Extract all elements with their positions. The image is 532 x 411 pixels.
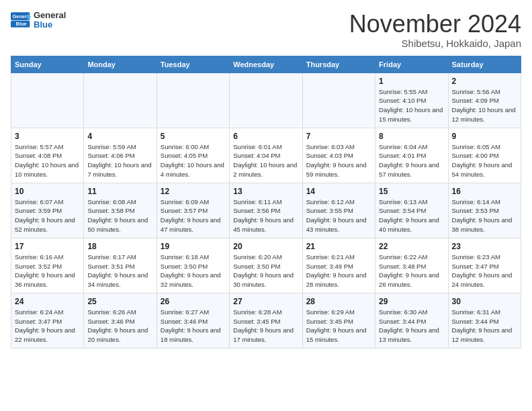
calendar-header: SundayMondayTuesdayWednesdayThursdayFrid…	[11, 56, 521, 73]
week-row-5: 24Sunrise: 6:24 AM Sunset: 3:47 PM Dayli…	[11, 293, 521, 348]
day-number: 24	[15, 297, 80, 306]
logo-icon: General Blue	[11, 12, 31, 28]
day-info: Sunrise: 6:23 AM Sunset: 3:47 PM Dayligh…	[452, 253, 517, 289]
calendar-cell: 11Sunrise: 6:08 AM Sunset: 3:58 PM Dayli…	[84, 183, 157, 238]
day-number: 11	[87, 187, 152, 196]
day-info: Sunrise: 6:24 AM Sunset: 3:47 PM Dayligh…	[15, 308, 80, 345]
day-info: Sunrise: 6:16 AM Sunset: 3:52 PM Dayligh…	[15, 253, 80, 289]
day-number: 22	[379, 242, 444, 251]
calendar-cell: 12Sunrise: 6:09 AM Sunset: 3:57 PM Dayli…	[157, 183, 229, 238]
calendar-cell: 28Sunrise: 6:29 AM Sunset: 3:45 PM Dayli…	[302, 293, 375, 348]
weekday-header-monday: Monday	[84, 56, 157, 73]
day-info: Sunrise: 5:56 AM Sunset: 4:09 PM Dayligh…	[452, 87, 517, 124]
calendar-cell	[84, 73, 157, 128]
day-number: 6	[233, 132, 298, 141]
day-number: 18	[87, 242, 152, 251]
day-number: 23	[452, 242, 517, 251]
day-info: Sunrise: 5:57 AM Sunset: 4:08 PM Dayligh…	[15, 142, 80, 179]
calendar-cell: 22Sunrise: 6:22 AM Sunset: 3:48 PM Dayli…	[375, 238, 448, 293]
day-info: Sunrise: 6:20 AM Sunset: 3:50 PM Dayligh…	[233, 253, 298, 289]
day-info: Sunrise: 6:03 AM Sunset: 4:03 PM Dayligh…	[306, 142, 371, 179]
weekday-header-thursday: Thursday	[302, 56, 375, 73]
day-info: Sunrise: 6:08 AM Sunset: 3:58 PM Dayligh…	[87, 197, 152, 234]
logo: General Blue General Blue	[11, 11, 66, 30]
calendar-cell: 18Sunrise: 6:17 AM Sunset: 3:51 PM Dayli…	[84, 238, 157, 293]
day-number: 20	[233, 242, 298, 251]
calendar-cell	[302, 73, 375, 128]
calendar-cell: 8Sunrise: 6:04 AM Sunset: 4:01 PM Daylig…	[375, 128, 448, 183]
day-number: 12	[161, 187, 226, 196]
day-info: Sunrise: 6:09 AM Sunset: 3:57 PM Dayligh…	[161, 197, 226, 234]
calendar-cell: 2Sunrise: 5:56 AM Sunset: 4:09 PM Daylig…	[448, 73, 521, 128]
title-section: November 2024 Shibetsu, Hokkaido, Japan	[349, 11, 521, 49]
day-number: 26	[161, 297, 226, 306]
day-number: 15	[379, 187, 444, 196]
day-number: 28	[306, 297, 371, 306]
weekday-header-saturday: Saturday	[448, 56, 521, 73]
day-number: 1	[379, 77, 444, 86]
day-number: 17	[15, 242, 80, 251]
calendar-cell: 19Sunrise: 6:18 AM Sunset: 3:50 PM Dayli…	[157, 238, 229, 293]
day-number: 10	[15, 187, 80, 196]
day-info: Sunrise: 6:17 AM Sunset: 3:51 PM Dayligh…	[87, 253, 152, 289]
day-info: Sunrise: 6:12 AM Sunset: 3:55 PM Dayligh…	[306, 197, 371, 234]
day-number: 29	[379, 297, 444, 306]
weekday-header-wednesday: Wednesday	[230, 56, 302, 73]
day-number: 5	[161, 132, 226, 141]
day-info: Sunrise: 6:01 AM Sunset: 4:04 PM Dayligh…	[233, 142, 298, 179]
calendar-cell: 23Sunrise: 6:23 AM Sunset: 3:47 PM Dayli…	[448, 238, 521, 293]
week-row-1: 1Sunrise: 5:55 AM Sunset: 4:10 PM Daylig…	[11, 73, 521, 128]
day-info: Sunrise: 6:04 AM Sunset: 4:01 PM Dayligh…	[379, 142, 444, 179]
day-number: 16	[452, 187, 517, 196]
day-info: Sunrise: 6:22 AM Sunset: 3:48 PM Dayligh…	[379, 253, 444, 289]
logo-general: General	[34, 11, 66, 20]
day-number: 21	[306, 242, 371, 251]
header: General Blue General Blue November 2024 …	[11, 11, 521, 49]
day-info: Sunrise: 6:00 AM Sunset: 4:05 PM Dayligh…	[161, 142, 226, 179]
day-number: 7	[306, 132, 371, 141]
week-row-4: 17Sunrise: 6:16 AM Sunset: 3:52 PM Dayli…	[11, 238, 521, 293]
calendar-cell: 10Sunrise: 6:07 AM Sunset: 3:59 PM Dayli…	[11, 183, 84, 238]
weekday-header-tuesday: Tuesday	[157, 56, 229, 73]
calendar-cell: 25Sunrise: 6:26 AM Sunset: 3:46 PM Dayli…	[84, 293, 157, 348]
calendar-cell: 4Sunrise: 5:59 AM Sunset: 4:06 PM Daylig…	[84, 128, 157, 183]
calendar-cell: 15Sunrise: 6:13 AM Sunset: 3:54 PM Dayli…	[375, 183, 448, 238]
calendar-cell: 9Sunrise: 6:05 AM Sunset: 4:00 PM Daylig…	[448, 128, 521, 183]
day-info: Sunrise: 6:11 AM Sunset: 3:56 PM Dayligh…	[233, 197, 298, 234]
calendar-cell: 16Sunrise: 6:14 AM Sunset: 3:53 PM Dayli…	[448, 183, 521, 238]
calendar-cell	[230, 73, 302, 128]
calendar-cell	[11, 73, 84, 128]
calendar-cell	[157, 73, 229, 128]
day-number: 8	[379, 132, 444, 141]
calendar-cell: 27Sunrise: 6:28 AM Sunset: 3:45 PM Dayli…	[230, 293, 302, 348]
calendar-cell: 29Sunrise: 6:30 AM Sunset: 3:44 PM Dayli…	[375, 293, 448, 348]
day-number: 4	[87, 132, 152, 141]
calendar-cell: 1Sunrise: 5:55 AM Sunset: 4:10 PM Daylig…	[375, 73, 448, 128]
day-info: Sunrise: 6:30 AM Sunset: 3:44 PM Dayligh…	[379, 308, 444, 345]
day-number: 9	[452, 132, 517, 141]
day-number: 25	[87, 297, 152, 306]
day-info: Sunrise: 6:14 AM Sunset: 3:53 PM Dayligh…	[452, 197, 517, 234]
weekday-header-sunday: Sunday	[11, 56, 84, 73]
calendar-body: 1Sunrise: 5:55 AM Sunset: 4:10 PM Daylig…	[11, 73, 521, 348]
day-number: 19	[161, 242, 226, 251]
day-number: 30	[452, 297, 517, 306]
calendar-cell: 17Sunrise: 6:16 AM Sunset: 3:52 PM Dayli…	[11, 238, 84, 293]
day-info: Sunrise: 6:26 AM Sunset: 3:46 PM Dayligh…	[87, 308, 152, 345]
day-number: 3	[15, 132, 80, 141]
weekday-header-friday: Friday	[375, 56, 448, 73]
day-info: Sunrise: 6:29 AM Sunset: 3:45 PM Dayligh…	[306, 308, 371, 345]
day-number: 14	[306, 187, 371, 196]
day-info: Sunrise: 6:13 AM Sunset: 3:54 PM Dayligh…	[379, 197, 444, 234]
calendar-cell: 21Sunrise: 6:21 AM Sunset: 3:49 PM Dayli…	[302, 238, 375, 293]
calendar-cell: 24Sunrise: 6:24 AM Sunset: 3:47 PM Dayli…	[11, 293, 84, 348]
calendar-cell: 26Sunrise: 6:27 AM Sunset: 3:46 PM Dayli…	[157, 293, 229, 348]
day-info: Sunrise: 5:55 AM Sunset: 4:10 PM Dayligh…	[379, 87, 444, 124]
week-row-3: 10Sunrise: 6:07 AM Sunset: 3:59 PM Dayli…	[11, 183, 521, 238]
svg-text:Blue: Blue	[16, 21, 27, 28]
calendar-cell: 30Sunrise: 6:31 AM Sunset: 3:44 PM Dayli…	[448, 293, 521, 348]
day-info: Sunrise: 6:28 AM Sunset: 3:45 PM Dayligh…	[233, 308, 298, 345]
calendar-cell: 14Sunrise: 6:12 AM Sunset: 3:55 PM Dayli…	[302, 183, 375, 238]
calendar-title: November 2024	[349, 11, 521, 38]
day-info: Sunrise: 6:31 AM Sunset: 3:44 PM Dayligh…	[452, 308, 517, 345]
